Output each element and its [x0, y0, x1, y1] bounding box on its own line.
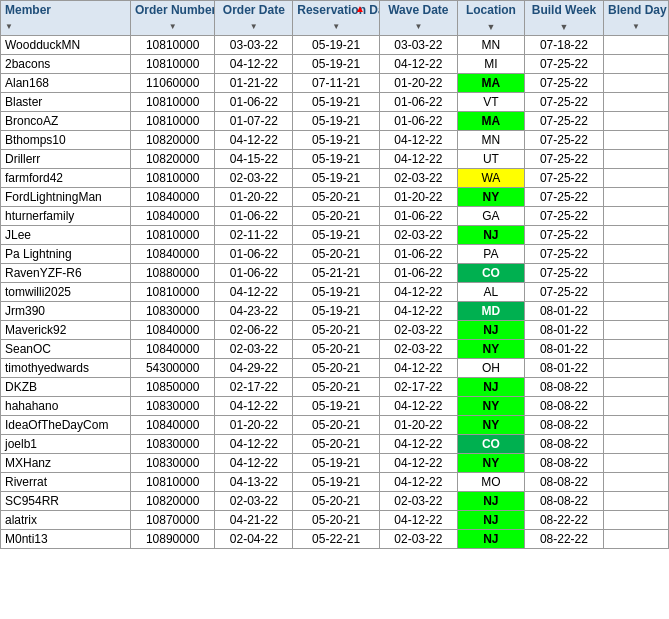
table-cell: 01-21-22: [215, 74, 293, 93]
cell-location: VT: [457, 93, 524, 112]
table-row: MXHanz1083000004-12-2205-19-2104-12-22NY…: [1, 454, 669, 473]
header-order-date-dropdown[interactable]: ▼: [250, 22, 258, 31]
cell-location: MD: [457, 302, 524, 321]
cell-member: timothyedwards: [1, 359, 131, 378]
table-cell: 10850000: [130, 378, 214, 397]
table-cell: 05-20-21: [293, 511, 380, 530]
cell-location: OH: [457, 359, 524, 378]
cell-location: NJ: [457, 321, 524, 340]
table-cell: 01-20-22: [379, 416, 457, 435]
table-cell: 01-06-22: [379, 112, 457, 131]
cell-location: NJ: [457, 226, 524, 245]
table-cell: 10840000: [130, 416, 214, 435]
header-member[interactable]: Member ▼: [1, 1, 131, 36]
table-cell: 04-12-22: [379, 55, 457, 74]
table-cell: [603, 435, 668, 454]
table-cell: 02-06-22: [215, 321, 293, 340]
table-cell: 07-11-21: [293, 74, 380, 93]
header-blend-day-dropdown[interactable]: ▼: [632, 22, 640, 31]
header-build-week-filter-icon[interactable]: ▼: [559, 22, 568, 32]
sort-indicator-icon: ▲: [355, 3, 365, 14]
table-cell: [603, 226, 668, 245]
table-cell: 05-20-21: [293, 378, 380, 397]
header-order-date[interactable]: Order Date ▼: [215, 1, 293, 36]
cell-location: AL: [457, 283, 524, 302]
table-cell: 10810000: [130, 36, 214, 55]
cell-location: NJ: [457, 511, 524, 530]
header-order-number[interactable]: Order Number ▼: [130, 1, 214, 36]
table-row: Pa Lightning1084000001-06-2205-20-2101-0…: [1, 245, 669, 264]
table-cell: 04-12-22: [215, 131, 293, 150]
table-cell: 01-20-22: [379, 74, 457, 93]
table-cell: 10810000: [130, 169, 214, 188]
table-cell: 10820000: [130, 492, 214, 511]
cell-member: Blaster: [1, 93, 131, 112]
table-cell: 05-20-21: [293, 492, 380, 511]
header-blend-day[interactable]: Blend Day ▼: [603, 1, 668, 36]
table-cell: 04-12-22: [215, 454, 293, 473]
header-reservation-date[interactable]: ▲ Reservation Date ▼: [293, 1, 380, 36]
table-cell: 05-20-21: [293, 416, 380, 435]
cell-member: Bthomps10: [1, 131, 131, 150]
table-cell: [603, 131, 668, 150]
table-cell: 07-25-22: [524, 74, 603, 93]
table-cell: 10890000: [130, 530, 214, 549]
table-cell: 02-03-22: [379, 530, 457, 549]
table-cell: 01-06-22: [379, 245, 457, 264]
table-cell: 05-19-21: [293, 112, 380, 131]
table-cell: [603, 397, 668, 416]
table-cell: [603, 36, 668, 55]
table-cell: 04-12-22: [379, 359, 457, 378]
table-cell: [603, 150, 668, 169]
cell-member: M0nti13: [1, 530, 131, 549]
table-row: timothyedwards5430000004-29-2205-20-2104…: [1, 359, 669, 378]
table-cell: 05-19-21: [293, 169, 380, 188]
table-cell: 05-19-21: [293, 131, 380, 150]
table-cell: 05-19-21: [293, 283, 380, 302]
table-cell: 05-20-21: [293, 340, 380, 359]
table-cell: 05-20-21: [293, 435, 380, 454]
table-cell: 01-20-22: [215, 416, 293, 435]
cell-member: Drillerr: [1, 150, 131, 169]
cell-location: MN: [457, 36, 524, 55]
cell-member: WoodduckMN: [1, 36, 131, 55]
header-location-filter-icon[interactable]: ▼: [486, 22, 495, 32]
header-location[interactable]: Location ▼: [457, 1, 524, 36]
table-cell: 10830000: [130, 397, 214, 416]
data-table: Member ▼ Order Number ▼ Order Date ▼ ▲ R…: [0, 0, 669, 549]
table-cell: [603, 530, 668, 549]
cell-member: Maverick92: [1, 321, 131, 340]
table-cell: 05-19-21: [293, 55, 380, 74]
header-build-week[interactable]: Build Week ▼: [524, 1, 603, 36]
table-cell: 07-25-22: [524, 55, 603, 74]
table-cell: 04-12-22: [215, 435, 293, 454]
cell-member: IdeaOfTheDayCom: [1, 416, 131, 435]
cell-member: SeanOC: [1, 340, 131, 359]
table-cell: 54300000: [130, 359, 214, 378]
header-wave-date-dropdown[interactable]: ▼: [414, 22, 422, 31]
table-cell: 07-25-22: [524, 226, 603, 245]
table-cell: 05-22-21: [293, 530, 380, 549]
cell-location: NJ: [457, 530, 524, 549]
header-member-dropdown[interactable]: ▼: [5, 22, 13, 31]
table-cell: 04-12-22: [379, 397, 457, 416]
cell-location: NJ: [457, 378, 524, 397]
table-cell: 05-19-21: [293, 93, 380, 112]
table-row: hahahano1083000004-12-2205-19-2104-12-22…: [1, 397, 669, 416]
table-cell: [603, 169, 668, 188]
cell-member: hahahano: [1, 397, 131, 416]
table-row: RavenYZF-R61088000001-06-2205-21-2101-06…: [1, 264, 669, 283]
cell-member: SC954RR: [1, 492, 131, 511]
table-cell: 08-01-22: [524, 359, 603, 378]
header-wave-date[interactable]: Wave Date ▼: [379, 1, 457, 36]
cell-location: PA: [457, 245, 524, 264]
cell-member: 2bacons: [1, 55, 131, 74]
header-order-number-dropdown[interactable]: ▼: [169, 22, 177, 31]
cell-member: Riverrat: [1, 473, 131, 492]
table-cell: 07-25-22: [524, 283, 603, 302]
table-cell: 01-06-22: [215, 93, 293, 112]
table-cell: 07-25-22: [524, 112, 603, 131]
header-reservation-date-dropdown[interactable]: ▼: [332, 22, 340, 31]
table-cell: [603, 207, 668, 226]
cell-member: RavenYZF-R6: [1, 264, 131, 283]
